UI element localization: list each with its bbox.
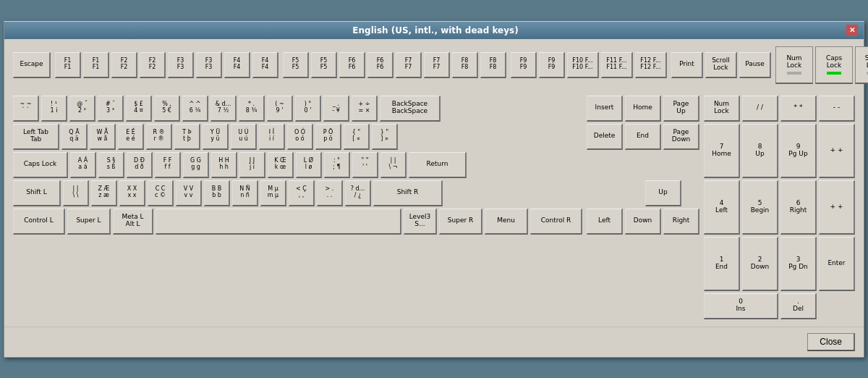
key-right[interactable]: Right [663,209,699,235]
key-f9[interactable]: F9F9 [511,52,537,78]
key-numlock[interactable]: NumLock [704,96,740,122]
key-f7[interactable]: F7F7 [396,52,422,78]
key-b[interactable]: B Bb b [204,180,230,206]
key-num-plus[interactable]: + + [819,124,855,178]
key-print[interactable]: Print [671,52,703,78]
key-home[interactable]: Home [625,96,661,122]
key-c[interactable]: C Cc © [148,180,174,206]
key-f5[interactable]: F5F5 [283,52,309,78]
key-lbrace[interactable]: { "[ « [344,124,370,150]
key-4[interactable]: $ £4 ¤ [126,96,152,122]
key-semicolon[interactable]: : °; ¶ [324,152,350,178]
key-2[interactable]: @ ˝2 ² [69,96,95,122]
key-minus[interactable]: _ .- ¥ [323,96,349,122]
key-ctrl-right[interactable]: Control R [530,209,582,235]
key-j[interactable]: J Jj i [239,152,265,178]
key-t[interactable]: T Þt þ [174,124,200,150]
key-0[interactable]: ) °0 ' [295,96,321,122]
key-s[interactable]: S §s ß [98,152,124,178]
key-comma[interactable]: < Ç, , [289,180,315,206]
key-down[interactable]: Down [625,209,661,235]
key-ctrl-left[interactable]: Control L [13,209,65,235]
key-caps-lock[interactable]: Caps Lock [13,152,68,178]
key-num5[interactable]: 5Begin [742,180,778,235]
key-f3b[interactable]: F3F3 [196,52,222,78]
key-9[interactable]: ( ~9 ' [267,96,293,122]
key-plus[interactable]: + ÷= × [352,96,378,122]
key-y[interactable]: Y Üy ü [203,124,229,150]
key-e[interactable]: E Ée é [118,124,144,150]
key-h[interactable]: H Hh h [211,152,237,178]
key-up[interactable]: Up [645,180,681,206]
key-f12[interactable]: F12 F...F12 F... [635,52,667,78]
key-level3[interactable]: Level3 S... [404,209,437,235]
key-r[interactable]: R ®r ® [146,124,172,150]
key-f6[interactable]: F6F6 [339,52,365,78]
key-n[interactable]: N Ñn ñ [232,180,258,206]
key-super-right[interactable]: Super R [439,209,482,235]
key-z[interactable]: Z Æz æ [91,180,117,206]
key-num6[interactable]: 6Right [780,180,817,235]
key-6[interactable]: ^ ^6 ¼ [182,96,208,122]
key-f11[interactable]: F11 F...F11 F... [601,52,633,78]
key-d[interactable]: D Ðd ð [127,152,153,178]
key-num1[interactable]: 1End [704,237,740,291]
key-pipe[interactable]: | |\ \ [63,180,89,206]
key-quote[interactable]: " "' ' [352,152,378,178]
key-f[interactable]: F Ff f [155,152,181,178]
key-num7[interactable]: 7Home [704,124,740,178]
key-f10[interactable]: F10 F...F10 F... [567,52,599,78]
key-7[interactable]: & d...7 ½ [210,96,237,122]
key-f8b[interactable]: F8F8 [480,52,506,78]
key-f4b[interactable]: F4F4 [252,52,278,78]
key-i[interactable]: I Íi í [259,124,285,150]
key-num-mult[interactable]: * * [780,96,817,122]
key-q[interactable]: Q Äq ä [61,124,88,150]
key-num9[interactable]: 9Pg Up [780,124,817,178]
key-space[interactable] [156,209,401,235]
key-num2[interactable]: 2Down [742,237,778,291]
key-f1[interactable]: F1F1 [55,52,81,78]
key-x[interactable]: X Xx x [119,180,145,206]
key-f4[interactable]: F4F4 [224,52,250,78]
key-return[interactable]: Return [409,152,467,178]
key-f7b[interactable]: F7F7 [424,52,450,78]
key-page-up[interactable]: PageUp [663,96,699,122]
key-shift-right[interactable]: Shift R [373,180,443,206]
key-num-slash[interactable]: / / [742,96,778,122]
key-super-left[interactable]: Super L [67,209,111,235]
key-end[interactable]: End [625,124,661,150]
key-f1b[interactable]: F1F1 [83,52,109,78]
key-a[interactable]: A Áa á [70,152,96,178]
key-num0[interactable]: 0Ins [704,293,778,319]
key-f8[interactable]: F8F8 [452,52,478,78]
key-meta-left[interactable]: Meta LAlt L [113,209,153,235]
key-3[interactable]: # ¯3 ³ [98,96,124,122]
key-rbrace[interactable]: } "] » [372,124,398,150]
key-w[interactable]: W Åw å [90,124,116,150]
key-page-down[interactable]: PageDown [663,124,699,150]
key-u[interactable]: U Úu ú [231,124,257,150]
key-delete[interactable]: Delete [587,124,623,150]
key-pause[interactable]: Pause [739,52,771,78]
key-num8[interactable]: 8Up [742,124,778,178]
key-f2b[interactable]: F2F2 [140,52,166,78]
key-f5b[interactable]: F5F5 [311,52,337,78]
key-k[interactable]: K Œk œ [268,152,294,178]
key-1[interactable]: ! ¹1 i [41,96,67,122]
key-f9b[interactable]: F9F9 [539,52,565,78]
key-backslash[interactable]: | |\ ¬ [380,152,407,178]
key-slash[interactable]: ? d.../ ¿ [345,180,371,206]
key-5[interactable]: % ,5 € [154,96,180,122]
key-f3[interactable]: F3F3 [168,52,194,78]
key-tilde[interactable]: ~ ~` ` [13,96,39,122]
key-num-enter[interactable]: Enter [819,237,855,291]
window-close-button[interactable]: ✕ [846,25,858,36]
key-f6b[interactable]: F6F6 [367,52,393,78]
key-scroll-lock[interactable]: ScrollLock [705,52,737,78]
key-shift-left[interactable]: Shift L [13,180,61,206]
key-l[interactable]: L Øl ø [296,152,322,178]
key-v[interactable]: V Vv v [176,180,202,206]
key-m[interactable]: M μm μ [260,180,286,206]
key-escape[interactable]: Escape [13,52,51,78]
